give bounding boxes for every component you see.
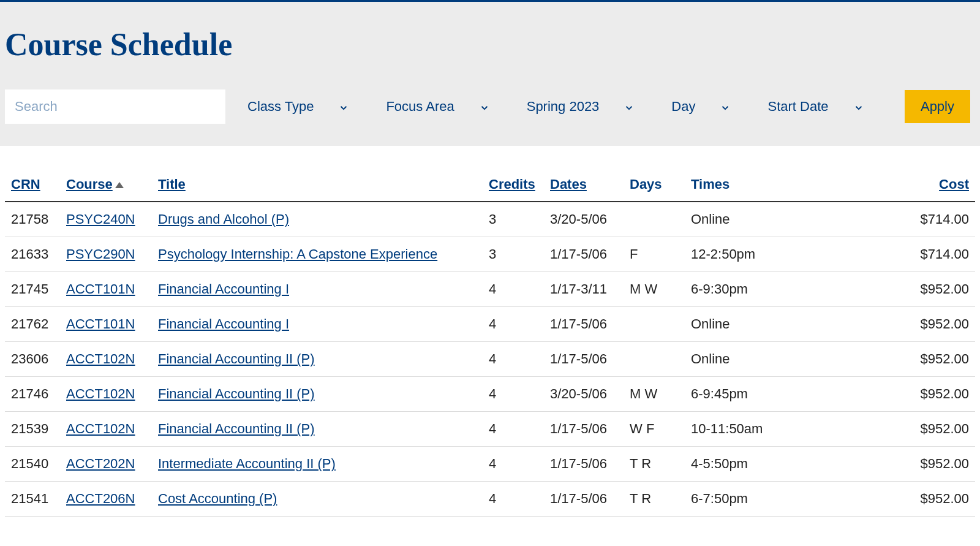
- table-row: 21746ACCT102NFinancial Accounting II (P)…: [5, 377, 975, 412]
- course-link[interactable]: ACCT102N: [66, 386, 135, 401]
- table-row: 23606ACCT102NFinancial Accounting II (P)…: [5, 342, 975, 377]
- title-cell: Financial Accounting II (P): [152, 342, 483, 377]
- course-link[interactable]: ACCT206N: [66, 491, 135, 506]
- crn-cell: 21758: [5, 202, 60, 237]
- header-title[interactable]: Title: [152, 169, 483, 202]
- focus-area-dropdown[interactable]: Focus Area: [364, 89, 504, 124]
- title-link[interactable]: Financial Accounting II (P): [158, 386, 315, 401]
- course-link[interactable]: ACCT202N: [66, 456, 135, 471]
- header-course[interactable]: Course: [60, 169, 152, 202]
- times-cell: 6-9:30pm: [685, 272, 893, 307]
- course-cell: ACCT101N: [60, 307, 152, 342]
- credits-cell: 4: [483, 272, 544, 307]
- dates-cell: 1/17-5/06: [544, 342, 624, 377]
- table-header-row: CRN Course Title Credits Dates Days Time…: [5, 169, 975, 202]
- chevron-down-icon: [720, 101, 731, 112]
- course-link[interactable]: PSYC240N: [66, 211, 135, 227]
- cost-cell: $952.00: [893, 342, 975, 377]
- title-link[interactable]: Financial Accounting I: [158, 316, 289, 332]
- crn-cell: 21541: [5, 482, 60, 517]
- day-dropdown[interactable]: Day: [649, 89, 745, 124]
- times-cell: Online: [685, 342, 893, 377]
- times-cell: 12-2:50pm: [685, 237, 893, 272]
- course-link[interactable]: ACCT101N: [66, 281, 135, 297]
- days-cell: W F: [624, 412, 685, 447]
- title-cell: Intermediate Accounting II (P): [152, 447, 483, 482]
- header-course-label: Course: [66, 176, 113, 192]
- crn-cell: 21540: [5, 447, 60, 482]
- times-cell: Online: [685, 202, 893, 237]
- chevron-down-icon: [479, 101, 490, 112]
- course-link[interactable]: ACCT102N: [66, 421, 135, 436]
- header-times: Times: [685, 169, 893, 202]
- dates-cell: 1/17-5/06: [544, 447, 624, 482]
- dates-cell: 1/17-5/06: [544, 412, 624, 447]
- table-container: CRN Course Title Credits Dates Days Time…: [0, 146, 980, 517]
- title-link[interactable]: Cost Accounting (P): [158, 491, 277, 506]
- title-cell: Cost Accounting (P): [152, 482, 483, 517]
- header-days: Days: [624, 169, 685, 202]
- chevron-down-icon: [853, 101, 864, 112]
- cost-cell: $952.00: [893, 272, 975, 307]
- credits-cell: 3: [483, 202, 544, 237]
- cost-cell: $714.00: [893, 202, 975, 237]
- course-cell: ACCT102N: [60, 342, 152, 377]
- title-link[interactable]: Financial Accounting II (P): [158, 351, 315, 366]
- course-cell: ACCT206N: [60, 482, 152, 517]
- times-cell: Online: [685, 307, 893, 342]
- course-cell: PSYC290N: [60, 237, 152, 272]
- term-dropdown[interactable]: Spring 2023: [505, 89, 650, 124]
- days-cell: M W: [624, 377, 685, 412]
- table-row: 21539ACCT102NFinancial Accounting II (P)…: [5, 412, 975, 447]
- day-label: Day: [671, 99, 695, 115]
- title-cell: Drugs and Alcohol (P): [152, 202, 483, 237]
- times-cell: 10-11:50am: [685, 412, 893, 447]
- title-cell: Psychology Internship: A Capstone Experi…: [152, 237, 483, 272]
- search-input[interactable]: [5, 89, 225, 124]
- credits-cell: 3: [483, 237, 544, 272]
- crn-cell: 21633: [5, 237, 60, 272]
- title-cell: Financial Accounting I: [152, 272, 483, 307]
- course-cell: ACCT202N: [60, 447, 152, 482]
- title-cell: Financial Accounting II (P): [152, 377, 483, 412]
- course-link[interactable]: ACCT101N: [66, 316, 135, 332]
- apply-button[interactable]: Apply: [905, 90, 970, 123]
- title-link[interactable]: Financial Accounting I: [158, 281, 289, 297]
- title-link[interactable]: Drugs and Alcohol (P): [158, 211, 289, 227]
- class-type-label: Class Type: [247, 99, 314, 115]
- title-cell: Financial Accounting II (P): [152, 412, 483, 447]
- crn-cell: 21745: [5, 272, 60, 307]
- sort-asc-icon: [115, 182, 124, 188]
- cost-cell: $952.00: [893, 482, 975, 517]
- table-row: 21745ACCT101NFinancial Accounting I41/17…: [5, 272, 975, 307]
- table-row: 21540ACCT202NIntermediate Accounting II …: [5, 447, 975, 482]
- cost-cell: $952.00: [893, 447, 975, 482]
- chevron-down-icon: [338, 101, 349, 112]
- cost-cell: $952.00: [893, 377, 975, 412]
- header-cost[interactable]: Cost: [893, 169, 975, 202]
- dates-cell: 1/17-3/11: [544, 272, 624, 307]
- dates-cell: 1/17-5/06: [544, 482, 624, 517]
- term-label: Spring 2023: [527, 99, 600, 115]
- course-link[interactable]: ACCT102N: [66, 351, 135, 366]
- title-link[interactable]: Financial Accounting II (P): [158, 421, 315, 436]
- filter-row: Class Type Focus Area Spring 2023 Day St: [5, 89, 975, 124]
- times-cell: 6-9:45pm: [685, 377, 893, 412]
- header-crn[interactable]: CRN: [5, 169, 60, 202]
- chevron-down-icon: [624, 101, 635, 112]
- credits-cell: 4: [483, 342, 544, 377]
- page-title: Course Schedule: [5, 26, 975, 63]
- days-cell: [624, 342, 685, 377]
- title-link[interactable]: Psychology Internship: A Capstone Experi…: [158, 246, 437, 262]
- dates-cell: 1/17-5/06: [544, 237, 624, 272]
- course-link[interactable]: PSYC290N: [66, 246, 135, 262]
- class-type-dropdown[interactable]: Class Type: [225, 89, 364, 124]
- header-credits[interactable]: Credits: [483, 169, 544, 202]
- course-cell: ACCT101N: [60, 272, 152, 307]
- crn-cell: 21762: [5, 307, 60, 342]
- title-link[interactable]: Intermediate Accounting II (P): [158, 456, 336, 471]
- start-date-dropdown[interactable]: Start Date: [745, 89, 878, 124]
- course-cell: PSYC240N: [60, 202, 152, 237]
- header-dates[interactable]: Dates: [544, 169, 624, 202]
- cost-cell: $952.00: [893, 307, 975, 342]
